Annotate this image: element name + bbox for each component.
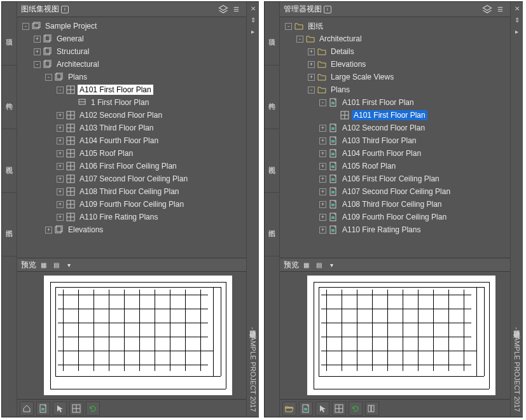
grid-button[interactable] <box>332 402 346 416</box>
cursor-button[interactable] <box>53 402 67 416</box>
tree-node[interactable]: -Plans <box>18 71 257 83</box>
refresh-button[interactable] <box>86 402 100 416</box>
expand-toggle[interactable]: + <box>308 61 315 68</box>
collapse-toggle[interactable]: - <box>57 87 64 94</box>
expand-toggle[interactable]: + <box>319 201 326 208</box>
preview-opt1-icon[interactable]: ▦ <box>38 259 49 270</box>
preview-opt2-icon[interactable]: ▤ <box>313 259 324 270</box>
dropdown-icon[interactable]: ▾ <box>326 259 337 270</box>
dropdown-icon[interactable]: ▾ <box>63 259 74 270</box>
expand-toggle[interactable]: + <box>57 163 64 170</box>
info-icon[interactable]: i <box>61 6 69 13</box>
tree-node[interactable]: -Architectural <box>18 58 257 71</box>
tree-node[interactable]: +A110 Fire Rating Plans <box>18 211 257 223</box>
grid-button[interactable] <box>69 402 83 416</box>
folder-open-button[interactable] <box>282 402 296 416</box>
collapse-toggle[interactable]: - <box>45 74 52 81</box>
tree-node[interactable]: 1 First Floor Plan <box>18 96 257 109</box>
tree-node[interactable]: +Elevations <box>281 58 521 71</box>
tree-node[interactable]: A101 First Floor Plan <box>281 109 521 122</box>
collapse-toggle[interactable]: - <box>22 23 29 30</box>
refresh-button[interactable] <box>349 402 363 416</box>
tree-node[interactable]: -Plans <box>281 83 521 96</box>
expand-toggle[interactable]: + <box>57 125 64 132</box>
expand-toggle[interactable]: + <box>319 125 326 132</box>
tree-node[interactable]: -A101 First Floor Plan <box>281 96 521 109</box>
expand-toggle[interactable]: + <box>57 150 64 157</box>
tree-node[interactable]: +A110 Fire Rating Plans <box>281 223 521 236</box>
side-tab-1[interactable]: 构件 <box>265 66 279 129</box>
pin-icon[interactable]: ▸ <box>512 26 522 36</box>
expand-toggle[interactable]: + <box>34 36 41 43</box>
tree-node[interactable]: +General <box>18 32 257 45</box>
tree-node[interactable]: -图纸 <box>281 20 521 32</box>
side-tab-3[interactable]: 图纸 <box>2 193 17 256</box>
tree-node[interactable]: +A104 Fourth Floor Plan <box>18 134 257 147</box>
tree-node[interactable]: +A103 Third Floor Plan <box>18 122 257 134</box>
tree-node[interactable]: +Structural <box>18 45 257 58</box>
collapse-toggle[interactable]: - <box>296 36 303 43</box>
tree-node[interactable]: +A107 Second Floor Ceiling Plan <box>281 185 521 198</box>
tree-icon[interactable]: ☰ <box>494 4 506 15</box>
expand-toggle[interactable]: + <box>319 188 326 195</box>
tree-node[interactable]: -Architectural <box>281 32 521 45</box>
tree-node[interactable]: +A104 Fourth Floor Plan <box>281 147 521 160</box>
tree-node[interactable]: +A109 Fourth Floor Ceiling Plan <box>18 198 257 211</box>
expand-toggle[interactable]: + <box>308 48 315 55</box>
expand-toggle[interactable]: + <box>57 201 64 208</box>
tree-node[interactable]: +A102 Second Floor Plan <box>281 122 521 134</box>
preview-opt2-icon[interactable]: ▤ <box>50 259 62 270</box>
tree-node[interactable]: +Large Scale Views <box>281 71 521 83</box>
expand-icon[interactable]: ⇕ <box>248 15 258 25</box>
columns-button[interactable] <box>365 402 379 416</box>
side-tab-3[interactable]: 图纸 <box>265 193 279 256</box>
close-icon[interactable]: ✕ <box>248 3 258 13</box>
tree-node[interactable]: +A108 Third Floor Ceiling Plan <box>18 185 257 198</box>
expand-toggle[interactable]: + <box>308 74 315 81</box>
expand-toggle[interactable]: + <box>319 214 326 221</box>
expand-icon[interactable]: ⇕ <box>512 15 522 25</box>
tree-node[interactable]: +A103 Third Floor Plan <box>281 134 521 147</box>
side-tab-0[interactable]: 项目 <box>265 2 279 66</box>
expand-toggle[interactable]: + <box>34 48 41 55</box>
close-icon[interactable]: ✕ <box>512 3 522 13</box>
expand-toggle[interactable]: + <box>57 176 64 183</box>
side-tab-2[interactable]: 视图 <box>265 129 279 193</box>
collapse-toggle[interactable]: - <box>34 61 41 68</box>
expand-toggle[interactable]: + <box>319 163 326 170</box>
pin-icon[interactable]: ▸ <box>248 26 258 36</box>
collapse-toggle[interactable]: - <box>319 99 326 106</box>
side-tab-1[interactable]: 构件 <box>2 66 17 129</box>
home-button[interactable] <box>20 402 34 416</box>
layers-icon[interactable] <box>218 4 229 15</box>
expand-toggle[interactable]: + <box>45 227 52 234</box>
expand-toggle[interactable]: + <box>57 112 64 119</box>
tree-node[interactable]: +A109 Fourth Floor Ceiling Plan <box>281 211 521 223</box>
expand-toggle[interactable]: + <box>319 150 326 157</box>
expand-toggle[interactable]: + <box>57 214 64 221</box>
dwg-button[interactable] <box>299 402 313 416</box>
tree-node[interactable]: +A107 Second Floor Ceiling Plan <box>18 172 257 185</box>
collapse-toggle[interactable]: - <box>285 23 292 30</box>
tree-node[interactable]: +A105 Roof Plan <box>18 147 257 160</box>
expand-toggle[interactable]: + <box>57 188 64 195</box>
expand-toggle[interactable]: + <box>319 227 326 234</box>
preview-opt1-icon[interactable]: ▦ <box>300 259 312 270</box>
collapse-toggle[interactable]: - <box>308 87 315 94</box>
tree-node[interactable]: +A108 Third Floor Ceiling Plan <box>281 198 521 211</box>
tree-node[interactable]: -Sample Project <box>18 20 257 32</box>
layers-icon[interactable] <box>481 4 493 15</box>
dwg-button[interactable] <box>36 402 50 416</box>
tree-node[interactable]: +A102 Second Floor Plan <box>18 109 257 122</box>
expand-toggle[interactable]: + <box>319 137 326 144</box>
tree-node[interactable]: -A101 First Floor Plan <box>18 83 257 96</box>
info-icon[interactable]: i <box>324 6 331 13</box>
manager-tree[interactable]: -图纸-Architectural+Details+Elevations+Lar… <box>280 17 522 258</box>
tree-node[interactable]: +A106 First Floor Ceiling Plan <box>281 172 521 185</box>
side-tab-0[interactable]: 项目 <box>2 2 17 66</box>
tree-node[interactable]: +A106 First Floor Ceiling Plan <box>18 160 257 172</box>
tree-icon[interactable]: ☰ <box>230 4 242 15</box>
tree-node[interactable]: +A105 Roof Plan <box>281 160 521 172</box>
cursor-button[interactable] <box>315 402 329 416</box>
expand-toggle[interactable]: + <box>57 137 64 144</box>
